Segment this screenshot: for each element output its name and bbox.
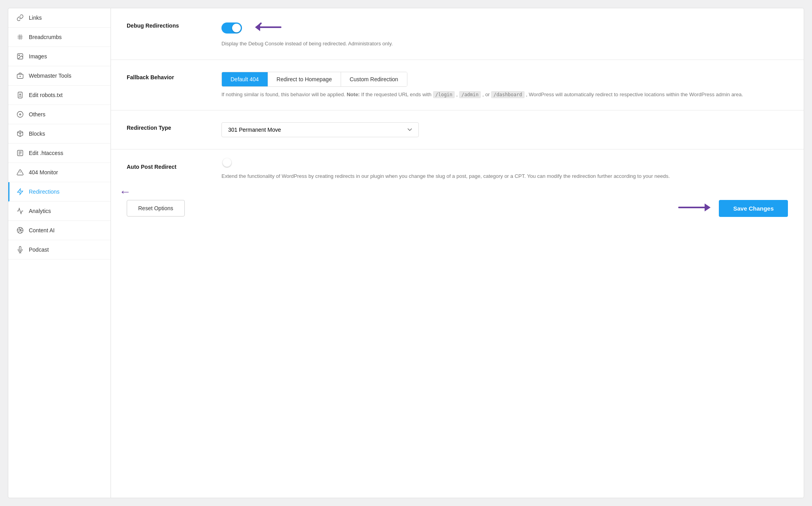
analytics-icon xyxy=(16,207,24,215)
svg-point-1 xyxy=(19,55,19,56)
fallback-desc-comma1: , xyxy=(456,91,459,97)
sidebar-item-blocks[interactable]: Blocks xyxy=(8,124,111,144)
sidebar-item-links-label: Links xyxy=(29,15,42,21)
debug-toggle-slider xyxy=(221,22,242,34)
links-icon xyxy=(16,14,24,22)
sidebar-item-analytics-label: Analytics xyxy=(29,208,51,214)
blocks-icon xyxy=(16,130,24,138)
fallback-desc-end: , WordPress will automatically redirect … xyxy=(526,91,743,97)
debug-arrow xyxy=(253,20,285,36)
debug-toggle[interactable] xyxy=(221,22,242,34)
fallback-btn-custom-redirection[interactable]: Custom Redirection xyxy=(341,72,407,86)
sidebar-item-404-monitor[interactable]: 404 Monitor xyxy=(8,163,111,182)
debug-arrow-svg xyxy=(253,20,285,34)
breadcrumbs-icon xyxy=(16,33,24,41)
sidebar-item-webmaster-tools[interactable]: Webmaster Tools xyxy=(8,66,111,86)
sidebar-item-podcast-label: Podcast xyxy=(29,246,49,253)
save-arrow xyxy=(677,200,713,216)
fallback-buttons-group: Default 404 Redirect to Homepage Custom … xyxy=(221,72,407,87)
redirection-type-control: 301 Permanent Move 302 Temporary Redirec… xyxy=(221,122,788,137)
svg-marker-17 xyxy=(17,189,23,195)
fallback-code-dashboard: /dashboard xyxy=(491,91,524,98)
redirections-icon xyxy=(16,188,24,196)
sidebar-item-links[interactable]: Links xyxy=(8,8,111,28)
auto-post-redirect-section: Auto Post Redirect Extend the functional… xyxy=(111,149,804,192)
sidebar-item-breadcrumbs-label: Breadcrumbs xyxy=(29,34,62,40)
podcast-icon xyxy=(16,246,24,254)
fallback-behavior-control: Default 404 Redirect to Homepage Custom … xyxy=(221,72,788,99)
sidebar-item-images[interactable]: Images xyxy=(8,47,111,66)
redirections-arrow: ← xyxy=(119,185,131,198)
debug-redirections-label: Debug Redirections xyxy=(127,20,206,29)
svg-marker-23 xyxy=(705,204,711,211)
sidebar-item-images-label: Images xyxy=(29,53,47,60)
sidebar-item-content-ai-label: Content AI xyxy=(29,227,54,233)
fallback-desc-note: Note: xyxy=(347,91,360,97)
fallback-desc-before: If nothing similar is found, this behavi… xyxy=(221,91,347,97)
save-changes-button[interactable]: Save Changes xyxy=(719,200,788,217)
sidebar-item-content-ai[interactable]: Content AI xyxy=(8,221,111,240)
edit-htaccess-icon xyxy=(16,149,24,157)
sidebar-item-analytics[interactable]: Analytics xyxy=(8,202,111,221)
sidebar-item-edit-robots[interactable]: Edit robots.txt xyxy=(8,86,111,105)
redirection-type-select[interactable]: 301 Permanent Move 302 Temporary Redirec… xyxy=(221,122,419,137)
fallback-desc-middle: If the requested URL ends with xyxy=(361,91,433,97)
redirection-type-label: Redirection Type xyxy=(127,122,206,131)
save-arrow-svg xyxy=(677,200,713,215)
svg-point-6 xyxy=(20,94,21,95)
debug-redirections-section: Debug Redirections xyxy=(111,8,804,60)
sidebar-item-webmaster-tools-label: Webmaster Tools xyxy=(29,73,71,79)
sidebar-item-redirections-label: Redirections xyxy=(29,189,60,195)
sidebar-item-edit-htaccess[interactable]: Edit .htaccess xyxy=(8,144,111,163)
reset-options-button[interactable]: Reset Options xyxy=(127,200,185,217)
redirection-type-section: Redirection Type 301 Permanent Move 302 … xyxy=(111,110,804,149)
footer-right: Save Changes xyxy=(677,200,788,217)
sidebar-item-blocks-label: Blocks xyxy=(29,131,45,137)
fallback-behavior-label: Fallback Behavior xyxy=(127,72,206,80)
fallback-desc-or: , or xyxy=(482,91,491,97)
sidebar-item-podcast[interactable]: Podcast xyxy=(8,240,111,260)
svg-marker-21 xyxy=(255,23,260,31)
sidebar-item-edit-robots-label: Edit robots.txt xyxy=(29,92,63,98)
auto-post-redirect-control: Extend the functionality of WordPress by… xyxy=(221,161,788,180)
edit-robots-icon xyxy=(16,91,24,99)
debug-toggle-wrapper xyxy=(221,20,788,36)
fallback-btn-default404[interactable]: Default 404 xyxy=(222,72,268,86)
webmaster-tools-icon xyxy=(16,72,24,80)
content-ai-icon xyxy=(16,226,24,234)
404-monitor-icon xyxy=(16,168,24,176)
sidebar-item-breadcrumbs[interactable]: Breadcrumbs xyxy=(8,28,111,47)
fallback-behavior-section: Fallback Behavior Default 404 Redirect t… xyxy=(111,60,804,111)
others-icon xyxy=(16,110,24,118)
main-content: Debug Redirections xyxy=(111,8,804,498)
sidebar-item-redirections[interactable]: Redirections ← xyxy=(8,182,111,202)
images-icon xyxy=(16,52,24,60)
auto-post-redirect-label: Auto Post Redirect xyxy=(127,161,206,170)
fallback-code-admin: /admin xyxy=(459,91,481,98)
fallback-code-login: /login xyxy=(433,91,455,98)
sidebar-item-404-monitor-label: 404 Monitor xyxy=(29,169,58,176)
fallback-description: If nothing similar is found, this behavi… xyxy=(221,91,788,99)
sidebar-item-others[interactable]: Others xyxy=(8,105,111,124)
footer-bar: Reset Options Save Changes xyxy=(111,192,804,225)
debug-description: Display the Debug Console instead of bei… xyxy=(221,40,788,48)
debug-redirections-control: Display the Debug Console instead of bei… xyxy=(221,20,788,48)
sidebar-item-others-label: Others xyxy=(29,111,45,118)
fallback-btn-redirect-homepage[interactable]: Redirect to Homepage xyxy=(268,72,341,86)
sidebar-item-edit-htaccess-label: Edit .htaccess xyxy=(29,150,63,156)
sidebar: Links Breadcrumbs Images xyxy=(8,8,111,498)
auto-post-description: Extend the functionality of WordPress by… xyxy=(221,172,788,180)
